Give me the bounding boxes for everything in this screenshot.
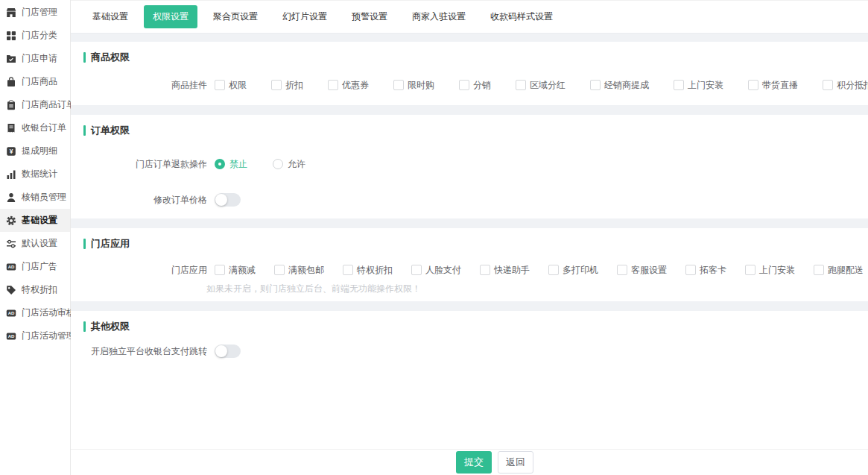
checkbox-icon [548, 265, 559, 275]
checkbox-option[interactable]: 拓客卡 [685, 263, 726, 277]
checkbox-label: 优惠券 [342, 79, 369, 92]
tab-permission-settings[interactable]: 权限设置 [144, 5, 197, 28]
toggle-switch[interactable] [215, 193, 241, 207]
checkbox-icon [393, 80, 404, 90]
section-3: 其他权限开启独立平台收银台支付跳转 [71, 311, 868, 374]
sidebar-item-store-activity-manage[interactable]: AD门店活动管理 [0, 324, 70, 347]
receipt-icon [6, 123, 16, 133]
checkbox-option[interactable]: 经销商提成 [590, 78, 649, 92]
sidebar-item-store-ads[interactable]: AD门店广告 [0, 255, 70, 278]
checkbox-icon [459, 80, 469, 90]
tab-slideshow-settings[interactable]: 幻灯片设置 [273, 5, 336, 28]
radio-icon [273, 159, 283, 169]
section-title: 订单权限 [83, 123, 868, 138]
sidebar-item-store-activity-review[interactable]: AD门店活动审核 [0, 301, 70, 324]
sidebar-item-store-category[interactable]: 门店分类 [0, 24, 70, 47]
checkbox-icon [516, 80, 526, 90]
sidebar-item-default-settings[interactable]: 默认设置 [0, 232, 70, 255]
checkbox-icon [814, 265, 824, 275]
section-title-bar [83, 125, 86, 136]
checkbox-icon [590, 80, 601, 90]
toggle-knob [215, 194, 227, 206]
checkbox-option[interactable]: 优惠券 [328, 78, 369, 92]
grid-icon [6, 31, 16, 41]
form-row: 修改订单价格 [83, 193, 868, 207]
checkbox-option[interactable]: 快递助手 [480, 263, 530, 277]
gear-icon [6, 216, 16, 226]
section-title-text: 商品权限 [91, 51, 130, 64]
tab-merchant-entry[interactable]: 商家入驻设置 [403, 5, 475, 28]
checkbox-option[interactable]: 多打印机 [548, 263, 598, 277]
section-0: 商品权限商品挂件权限折扣优惠券限时购分销区域分红经销商提成上门安装带货直播积分抵… [71, 42, 868, 105]
radio-option[interactable]: 禁止 [215, 157, 247, 171]
checkbox-label: 分销 [473, 79, 491, 92]
radio-group: 禁止允许 [215, 157, 868, 171]
sidebar-item-label: 收银台订单 [22, 122, 66, 134]
back-button[interactable]: 返回 [498, 451, 533, 474]
checkbox-icon [823, 80, 833, 90]
field-label: 修改订单价格 [83, 193, 207, 207]
checkbox-option[interactable]: 上门安装 [674, 78, 723, 92]
main: 基础设置权限设置聚合页设置幻灯片设置预警设置商家入驻设置收款码样式设置 商品权限… [71, 0, 868, 475]
checkbox-option[interactable]: 人脸支付 [411, 263, 461, 277]
sidebar-item-label: 门店商品 [22, 75, 57, 88]
tab-aggregate-page[interactable]: 聚合页设置 [204, 5, 267, 28]
checkbox-label: 上门安装 [688, 79, 723, 92]
content-filler [71, 374, 868, 449]
checkbox-option[interactable]: 跑腿配送 [814, 263, 864, 277]
sidebar-item-label: 门店分类 [22, 29, 57, 42]
sidebar-item-store-goods[interactable]: 门店商品 [0, 70, 70, 93]
checkbox-option[interactable]: 权限 [215, 78, 247, 92]
checkbox-icon [411, 265, 422, 275]
checkbox-icon [274, 265, 285, 275]
checkbox-label: 客服设置 [631, 264, 667, 277]
checkbox-label: 上门安装 [759, 264, 795, 277]
svg-text:AD: AD [8, 311, 15, 315]
checkbox-option[interactable]: 分销 [459, 78, 491, 92]
tab-basic-settings[interactable]: 基础设置 [83, 5, 137, 28]
section-title-text: 门店应用 [91, 237, 130, 251]
section-title-bar [83, 321, 86, 332]
checkbox-option[interactable]: 特权折扣 [343, 263, 393, 277]
ad-badge-icon: AD [6, 262, 16, 272]
checkbox-option[interactable]: 限时购 [393, 78, 434, 92]
sidebar-item-label: 核销员管理 [22, 191, 66, 204]
radio-option[interactable]: 允许 [273, 157, 305, 171]
sidebar-item-store-application[interactable]: 门店申请 [0, 47, 70, 70]
checkbox-label: 拓客卡 [700, 264, 726, 277]
sidebar-item-store-goods-orders[interactable]: 门店商品订单 [0, 93, 70, 116]
sidebar-item-data-statistics[interactable]: 数据统计 [0, 163, 70, 186]
checkbox-option[interactable]: 区域分红 [516, 78, 566, 92]
radio-label: 禁止 [229, 158, 247, 171]
folder-check-icon [6, 54, 16, 64]
section-title: 门店应用 [83, 236, 868, 251]
bag-icon [6, 77, 16, 87]
tab-payment-code-style[interactable]: 收款码样式设置 [481, 5, 562, 28]
checkbox-label: 人脸支付 [425, 264, 461, 277]
checkbox-option[interactable]: 满额减 [215, 263, 256, 277]
toggle-switch[interactable] [215, 345, 241, 358]
checkbox-option[interactable]: 带货直播 [748, 78, 798, 92]
sidebar-item-label: 门店管理 [22, 6, 57, 19]
tag-icon [6, 285, 16, 295]
checkbox-option[interactable]: 积分抵扣 [823, 78, 868, 92]
section-divider [71, 34, 868, 42]
checkbox-option[interactable]: 满额包邮 [274, 263, 324, 277]
sidebar-item-basic-settings[interactable]: 基础设置 [0, 209, 70, 232]
tab-warning-settings[interactable]: 预警设置 [343, 5, 396, 28]
sidebar-item-cashier-orders[interactable]: 收银台订单 [0, 116, 70, 139]
checkbox-group: 权限折扣优惠券限时购分销区域分红经销商提成上门安装带货直播积分抵扣 [215, 78, 868, 92]
checkbox-option[interactable]: 客服设置 [617, 263, 667, 277]
submit-button[interactable]: 提交 [456, 451, 492, 474]
sidebar-item-store-management[interactable]: 门店管理 [0, 1, 70, 24]
checkbox-option[interactable]: 上门安装 [745, 263, 795, 277]
checkbox-option[interactable]: 折扣 [271, 78, 303, 92]
sidebar-item-label: 门店商品订单 [22, 98, 75, 111]
sidebar-item-privilege-discount[interactable]: 特权折扣 [0, 278, 70, 301]
checkbox-label: 跑腿配送 [828, 264, 864, 277]
sidebar-item-commission-details[interactable]: ¥提成明细 [0, 139, 70, 163]
sidebar-item-label: 门店申请 [22, 52, 57, 65]
sidebar-item-verifier-management[interactable]: 核销员管理 [0, 186, 70, 209]
clipboard-icon [6, 100, 16, 110]
checkbox-icon [328, 80, 338, 90]
